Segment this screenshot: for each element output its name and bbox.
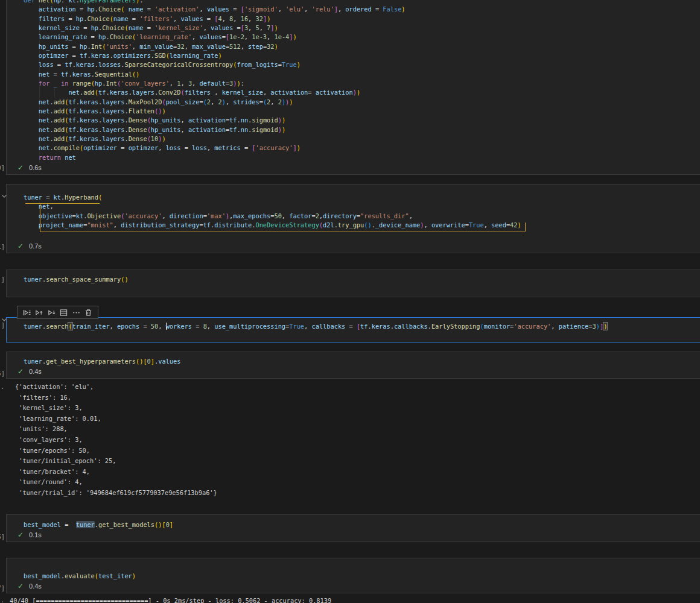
code-line: hp_units = hp.Int('units', min_value=32,… — [7, 42, 700, 51]
code-cell-tuner-search[interactable]: tuner.search(train_iter, epochs = 50, wo… — [6, 317, 700, 343]
code-line: loss = tf.keras.losses.SparseCategorical… — [7, 60, 700, 69]
execution-summary: ✓0.4s — [18, 367, 42, 376]
code-editor[interactable]: best_model.evaluate(test_iter) — [7, 558, 700, 581]
execution-count: 7] — [0, 584, 5, 592]
code-line: net.add(tf.keras.layers.Dense(hp_units, … — [7, 116, 700, 125]
output-line: 'conv_layers': 3, — [0, 435, 700, 446]
code-editor[interactable]: tuner.search_space_summary() — [7, 270, 700, 284]
code-line: filters = hp.Choice(name = 'filters', va… — [7, 14, 700, 24]
execution-summary: ✓0.1s — [18, 531, 42, 540]
execute-below-icon[interactable] — [46, 308, 56, 317]
code-line: net.add(tf.keras.layers.Dense(10)) — [7, 134, 700, 144]
code-line: activation = hp.Choice( name = 'activati… — [7, 5, 700, 14]
code-line: tuner.search_space_summary() — [7, 275, 700, 284]
execution-count: 5] — [0, 370, 5, 377]
code-line: learning_rate = hp.Choice('learning_rate… — [7, 33, 700, 42]
code-cell-best-model[interactable]: best_model = tuner.get_best_models()[0]✓… — [6, 514, 700, 542]
code-line: net, — [7, 202, 700, 211]
execution-time: 0.4s — [29, 582, 42, 590]
code-line — [7, 563, 700, 572]
code-editor[interactable]: tuner.get_best_hyperparameters()[0].valu… — [7, 352, 700, 366]
run-by-line-icon[interactable] — [22, 308, 31, 317]
code-cell-search-space-summary[interactable]: tuner.search_space_summary() — [6, 270, 700, 297]
code-line: net = tf.keras.Sequential() — [7, 70, 700, 79]
code-editor[interactable]: tuner.search(train_iter, epochs = 50, wo… — [7, 318, 700, 331]
code-cell-best-hyperparameters[interactable]: tuner.get_best_hyperparameters()[0].valu… — [6, 352, 700, 379]
cell-output: 40/40 [==============================] -… — [0, 596, 700, 603]
split-cell-icon[interactable] — [59, 308, 69, 317]
code-line: return net — [7, 153, 700, 162]
code-line: net.add(tf.keras.layers.MaxPool2D(pool_s… — [7, 98, 700, 107]
execution-count: 6] — [0, 533, 5, 541]
cell-output: {'activation': 'elu', 'filters': 16, 'ke… — [0, 382, 700, 499]
execute-above-icon[interactable] — [34, 308, 44, 317]
success-check-icon: ✓ — [18, 367, 24, 376]
execution-summary: ✓0.6s — [18, 163, 42, 172]
code-line: def net(hp: kt.HyperParameters): — [7, 0, 700, 5]
output-line: 'filters': 16, — [0, 393, 700, 403]
selection-outline — [40, 203, 40, 232]
collapse-chevron-icon[interactable] — [1, 314, 8, 321]
output-line: 'tuner/epochs': 50, — [0, 446, 700, 456]
execution-summary: ✓0.7s — [18, 242, 42, 251]
delete-cell-icon[interactable] — [84, 308, 94, 317]
more-actions-icon[interactable] — [71, 308, 81, 317]
code-cell-evaluate[interactable]: best_model.evaluate(test_iter)✓0.4s — [6, 558, 700, 593]
code-line: kernel_size = hp.Choice(name = 'kernel_s… — [7, 24, 700, 33]
code-cell-model-builder[interactable]: def net(hp: kt.HyperParameters): activat… — [6, 0, 700, 175]
execution-summary: ✓0.4s — [18, 582, 42, 591]
execution-time: 0.7s — [29, 242, 42, 250]
code-cell-hyperband-tuner[interactable]: tuner = kt.Hyperband( net, objective=kt.… — [6, 184, 700, 253]
code-line: net.add(tf.keras.layers.Conv2D(filters ,… — [7, 88, 700, 97]
output-line: 'units': 288, — [0, 424, 700, 435]
execution-time: 0.1s — [29, 531, 42, 538]
code-line: optimzer = tf.keras.optimizers.SGD(learn… — [7, 51, 700, 60]
success-check-icon: ✓ — [18, 582, 24, 590]
execution-count: 0] — [0, 164, 5, 172]
selection-outline — [25, 203, 100, 204]
output-line: 'tuner/initial_epoch': 25, — [0, 456, 700, 467]
output-gutter-dot: . — [1, 596, 4, 603]
success-check-icon: ✓ — [18, 163, 24, 172]
code-editor[interactable]: best_model = tuner.get_best_models()[0] — [7, 515, 700, 529]
output-line: 40/40 [==============================] -… — [0, 596, 700, 603]
output-line: 'tuner/round': 4, — [0, 477, 700, 488]
code-line: tuner.get_best_hyperparameters()[0].valu… — [7, 357, 700, 366]
code-line: net.add(tf.keras.layers.Flatten()) — [7, 107, 700, 116]
code-line: net.compile(optimizer = optimzer, loss =… — [7, 144, 700, 153]
cell-toolbar — [17, 306, 98, 319]
execution-time: 0.4s — [29, 368, 42, 375]
success-check-icon: ✓ — [18, 531, 24, 539]
code-line: tuner = kt.Hyperband( — [7, 193, 700, 202]
code-editor[interactable]: def net(hp: kt.HyperParameters): activat… — [7, 0, 700, 162]
notebook-editor: def net(hp: kt.HyperParameters): activat… — [0, 0, 700, 603]
output-line: {'activation': 'elu', — [0, 382, 700, 393]
output-line: 'tuner/trial_id': '949684ef619cf5779037e… — [0, 488, 700, 499]
output-line: 'learning_rate': 0.01, — [0, 414, 700, 425]
code-line: project_name="mnist", distribution_strat… — [7, 221, 700, 230]
output-gutter-dot: . — [1, 383, 4, 390]
code-line: objective=kt.Objective('accuracy', direc… — [7, 212, 700, 221]
selection-outline — [525, 223, 526, 232]
execution-count: ] — [0, 276, 5, 283]
output-line: 'kernel_size': 3, — [0, 403, 700, 414]
execution-time: 0.6s — [29, 164, 42, 171]
code-line: tuner.search(train_iter, epochs = 50, wo… — [7, 322, 700, 331]
success-check-icon: ✓ — [18, 242, 24, 250]
code-line: for _ in range(hp.Int('conv_layers', 1, … — [7, 79, 700, 88]
code-line: best_model.evaluate(test_iter) — [7, 572, 700, 581]
output-line: 'tuner/bracket': 4, — [0, 467, 700, 478]
execution-count: 1] — [0, 243, 5, 251]
selection-outline — [40, 232, 525, 232]
code-line: best_model = tuner.get_best_models()[0] — [7, 520, 700, 529]
code-line: net.add(tf.keras.layers.Dense(hp_units, … — [7, 125, 700, 134]
